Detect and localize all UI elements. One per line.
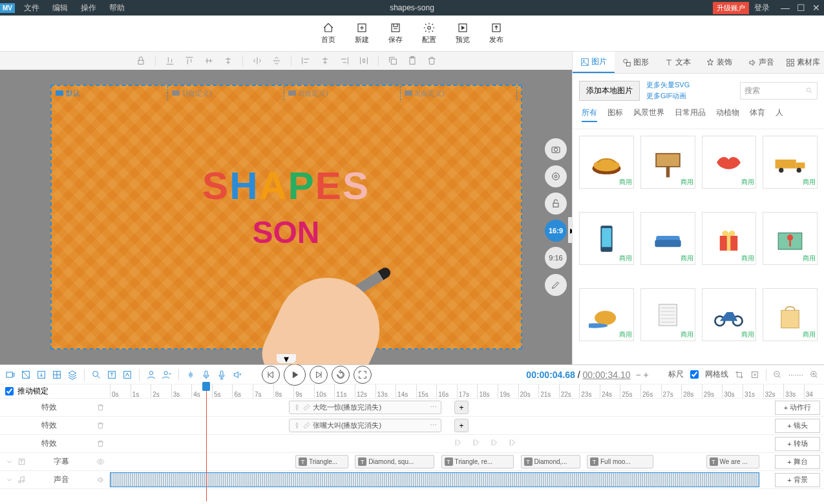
category-icons[interactable]: 图标 (607, 107, 623, 122)
asset-chicken[interactable]: 商用 (579, 288, 634, 341)
zoom-in-icon[interactable] (810, 370, 819, 379)
menu-file[interactable]: 文件 (17, 3, 46, 14)
tl-grid-icon[interactable] (52, 370, 62, 380)
asset-map[interactable]: 商用 (763, 212, 818, 265)
align-top-icon[interactable] (184, 56, 195, 66)
fullscreen-button[interactable] (354, 366, 372, 384)
category-scenery[interactable]: 风景世界 (633, 107, 664, 122)
target-icon[interactable] (545, 165, 567, 187)
scene-tab-1[interactable]: 1(自定义) (168, 86, 284, 100)
asset-sofa[interactable]: 商用 (640, 212, 695, 265)
playhead[interactable] (206, 384, 207, 501)
copy-icon[interactable] (388, 56, 398, 66)
tab-sound[interactable]: 声音 (740, 52, 782, 73)
trash-icon[interactable] (96, 421, 105, 430)
tl-audio-icon[interactable] (185, 370, 196, 380)
new-button[interactable]: 新建 (355, 22, 369, 45)
asset-sign[interactable]: 商用 (640, 136, 695, 189)
scroll-lock-checkbox[interactable] (5, 387, 14, 395)
scene-tab-3[interactable]: 3(自定义) (401, 86, 517, 100)
menu-help[interactable]: 帮助 (103, 3, 131, 14)
publish-button[interactable]: 发布 (489, 22, 503, 45)
asset-truck[interactable]: 商用 (763, 136, 818, 189)
tl-mic2-icon[interactable] (217, 370, 227, 380)
tl-export-icon[interactable] (36, 370, 47, 380)
subtitle-clip[interactable]: TDiamond, squ... (355, 455, 434, 468)
config-button[interactable]: 配置 (422, 22, 436, 45)
maximize-button[interactable]: ☐ (793, 3, 808, 13)
search-input[interactable]: 搜索 (740, 82, 818, 100)
save-button[interactable]: 保存 (388, 22, 403, 45)
category-daily[interactable]: 日常用品 (675, 107, 706, 122)
asset-phone[interactable]: 商用 (579, 212, 634, 265)
eye-icon[interactable] (96, 457, 105, 466)
asset-lips[interactable]: 商用 (702, 136, 757, 189)
trash-icon[interactable] (96, 403, 105, 412)
aspect-16-9[interactable]: 16:9 (545, 220, 567, 242)
asset-gift[interactable]: 商用 (702, 212, 757, 265)
align-right-icon[interactable] (339, 56, 350, 66)
category-all[interactable]: 所有 (582, 107, 597, 122)
align-center-v-icon[interactable] (204, 56, 214, 66)
tl-marker-icon[interactable] (122, 370, 132, 380)
menu-edit[interactable]: 编辑 (46, 3, 74, 14)
lock-icon[interactable] (136, 56, 146, 66)
prev-button[interactable] (262, 366, 280, 384)
trash-icon[interactable] (96, 439, 105, 448)
tl-frame-icon[interactable] (21, 370, 31, 380)
flip-v-icon[interactable] (271, 56, 282, 66)
tl-crop-icon[interactable] (735, 370, 744, 379)
tl-text-icon[interactable] (107, 370, 117, 380)
align-center-icon[interactable] (320, 56, 330, 66)
scene-tab-default[interactable]: 默认 (52, 86, 168, 100)
zoom-out-icon[interactable] (773, 370, 782, 379)
subtitle-clip[interactable]: TTriangle, re... (441, 455, 514, 468)
speaker-icon[interactable] (96, 476, 105, 484)
tl-user-icon[interactable] (146, 370, 156, 380)
add-action-track[interactable]: + 动作行 (775, 401, 820, 415)
align-left-icon[interactable] (301, 56, 311, 66)
asset-bag[interactable]: 商用 (763, 288, 818, 341)
more-gif-link[interactable]: 更多GIF动画 (646, 91, 690, 101)
asset-noodles[interactable]: 商用 (579, 136, 634, 189)
upgrade-button[interactable]: 升级账户 (713, 2, 749, 14)
tl-mute-icon[interactable] (232, 370, 242, 380)
effect-clip-2[interactable]: 张嘴大叫(播放完消失)⋯ (289, 419, 441, 432)
delete-icon[interactable] (427, 56, 437, 66)
preview-button[interactable]: 预览 (456, 22, 470, 45)
subtitle-clip[interactable]: TWe are ... (706, 455, 759, 468)
grid-checkbox[interactable] (690, 370, 699, 379)
transition-markers[interactable] (454, 438, 518, 447)
chevron-down-icon[interactable] (5, 476, 14, 484)
tl-search-icon[interactable] (91, 370, 101, 380)
time-plus[interactable]: + (643, 370, 648, 380)
asset-paper[interactable]: 商用 (640, 288, 695, 341)
tl-mic-icon[interactable] (201, 370, 211, 380)
subtitle-clip[interactable]: TFull moo... (587, 455, 653, 468)
add-transition-track[interactable]: + 转场 (775, 437, 820, 451)
add-local-image-button[interactable]: 添加本地图片 (579, 81, 640, 101)
unlock-icon[interactable] (545, 193, 567, 215)
category-sports[interactable]: 体育 (750, 107, 765, 122)
camera-icon[interactable] (545, 138, 567, 160)
edit-icon[interactable] (545, 274, 567, 296)
collapse-arrow[interactable]: ▾ (277, 354, 296, 363)
add-effect-button-2[interactable]: + (454, 419, 469, 432)
home-button[interactable]: 首页 (321, 22, 335, 45)
chevron-down-icon[interactable] (5, 457, 14, 466)
menu-action[interactable]: 操作 (74, 3, 103, 14)
more-svg-link[interactable]: 更多矢量SVG (646, 80, 690, 90)
next-button[interactable] (310, 366, 328, 384)
time-ruler[interactable]: 0s1s2s3s4s5s6s7s8s9s10s11s12s13s14s15s16… (110, 384, 824, 398)
tl-record-icon[interactable] (5, 370, 16, 380)
tab-library[interactable]: 素材库 (782, 52, 824, 73)
add-background-track[interactable]: + 背景 (775, 473, 820, 487)
tab-image[interactable]: 图片 (573, 52, 615, 73)
category-people[interactable]: 人 (776, 107, 783, 122)
login-button[interactable]: 登录 (754, 3, 770, 14)
canvas[interactable]: 默认 1(自定义) 2(自定义) 3(自定义) SHAPES SON (50, 85, 522, 350)
subtitle-clip[interactable]: TDiamond,... (521, 455, 580, 468)
tab-text[interactable]: 文本 (657, 52, 699, 73)
paste-icon[interactable] (407, 56, 417, 66)
audio-waveform[interactable] (110, 472, 759, 487)
